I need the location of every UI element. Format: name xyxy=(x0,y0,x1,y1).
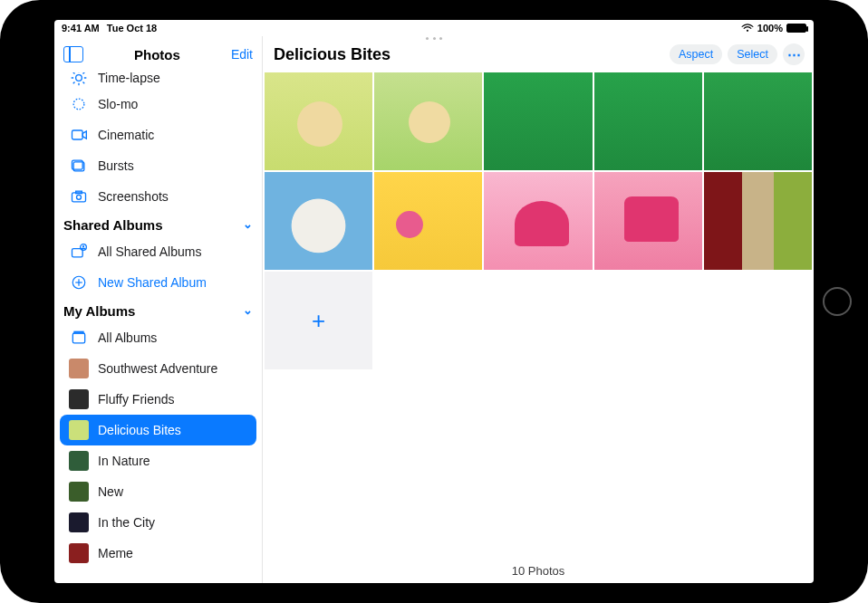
sidebar-item-new-shared[interactable]: New Shared Album xyxy=(54,267,262,298)
sidebar-item-label: All Shared Albums xyxy=(98,244,201,259)
sidebar-item-fluffy[interactable]: Fluffy Friends xyxy=(54,384,262,415)
bursts-icon xyxy=(69,156,89,176)
photo-thumbnail[interactable] xyxy=(265,172,372,270)
sidebar-section-shared[interactable]: Shared Albums ⌄ xyxy=(54,212,262,236)
sidebar-item-label: Bursts xyxy=(98,158,134,173)
photo-thumbnail[interactable] xyxy=(704,72,812,170)
svg-point-15 xyxy=(77,195,82,199)
svg-point-19 xyxy=(82,245,84,247)
sidebar-item-label: In Nature xyxy=(98,454,150,468)
sidebar-item-label: Southwest Adventure xyxy=(98,361,217,376)
chevron-down-icon: ⌄ xyxy=(243,303,253,317)
battery-icon xyxy=(786,24,806,33)
photo-thumbnail[interactable] xyxy=(484,172,592,270)
shared-albums-icon xyxy=(69,242,89,262)
sidebar-item-all-albums[interactable]: All Albums xyxy=(54,322,262,353)
section-title: My Albums xyxy=(63,303,135,319)
sidebar-item-in-nature[interactable]: In Nature xyxy=(54,445,262,476)
sidebar-item-label: Fluffy Friends xyxy=(98,392,175,407)
select-button[interactable]: Select xyxy=(728,44,777,64)
album-thumb xyxy=(69,359,89,378)
sidebar-item-cinematic[interactable]: Cinematic xyxy=(54,120,262,150)
main-pane: Delicious Bites Aspect Select ⋯ xyxy=(263,36,814,583)
plus-icon xyxy=(69,273,89,292)
sidebar-item-timelapse[interactable]: Time-lapse xyxy=(54,72,262,89)
photo-thumbnail[interactable] xyxy=(594,172,702,270)
timelapse-icon xyxy=(69,72,89,88)
sidebar-item-label: Cinematic xyxy=(98,128,154,142)
album-thumb xyxy=(69,543,89,563)
album-thumb xyxy=(69,482,89,502)
sidebar-item-label: Slo-mo xyxy=(98,97,138,111)
add-photo-tile[interactable]: + xyxy=(265,272,372,369)
album-title: Delicious Bites xyxy=(274,45,391,64)
sidebar-section-myalbums[interactable]: My Albums ⌄ xyxy=(54,298,262,322)
photo-thumbnail[interactable] xyxy=(265,72,372,170)
svg-line-9 xyxy=(73,82,75,84)
screen: 9:41 AM Tue Oct 18 100% Photos Edit xyxy=(54,20,814,583)
photo-thumbnail[interactable] xyxy=(374,72,482,170)
svg-rect-11 xyxy=(72,130,83,139)
album-thumb xyxy=(69,420,89,440)
section-title: Shared Albums xyxy=(63,217,162,233)
sidebar-toggle-icon[interactable] xyxy=(63,46,83,62)
sidebar-edit-button[interactable]: Edit xyxy=(231,47,253,62)
svg-point-10 xyxy=(73,99,84,110)
slomo-icon xyxy=(69,94,89,114)
svg-line-6 xyxy=(73,72,75,74)
sidebar-item-screenshots[interactable]: Screenshots xyxy=(54,181,262,212)
sidebar-scroll[interactable]: Time-lapse Slo-mo Cinematic xyxy=(54,72,262,583)
ipad-device-frame: 9:41 AM Tue Oct 18 100% Photos Edit xyxy=(0,0,868,603)
svg-line-7 xyxy=(83,82,85,84)
status-date: Tue Oct 18 xyxy=(107,23,157,34)
sidebar-item-new[interactable]: New xyxy=(54,476,262,507)
sidebar-item-label: Screenshots xyxy=(98,189,169,204)
svg-line-8 xyxy=(83,72,85,74)
photo-thumbnail[interactable] xyxy=(704,172,812,270)
cinematic-icon xyxy=(69,125,89,145)
photo-grid: + xyxy=(263,72,814,369)
sidebar-item-in-city[interactable]: In the City xyxy=(54,507,262,538)
album-thumb xyxy=(69,451,89,471)
aspect-button[interactable]: Aspect xyxy=(670,44,722,64)
svg-rect-24 xyxy=(74,331,83,333)
sidebar-item-southwest[interactable]: Southwest Adventure xyxy=(54,353,262,384)
battery-pct: 100% xyxy=(757,23,783,34)
sidebar-item-slomo[interactable]: Slo-mo xyxy=(54,89,262,120)
sidebar-item-bursts[interactable]: Bursts xyxy=(54,150,262,181)
sidebar-app-title: Photos xyxy=(134,47,180,62)
sidebar-item-label: In the City xyxy=(98,515,155,530)
svg-point-1 xyxy=(76,75,82,81)
status-time: 9:41 AM xyxy=(62,23,100,34)
photo-thumbnail[interactable] xyxy=(594,72,702,170)
sidebar-item-label: Delicious Bites xyxy=(98,423,181,437)
chevron-down-icon: ⌄ xyxy=(243,217,253,231)
sidebar-item-meme[interactable]: Meme xyxy=(54,538,262,569)
home-button[interactable] xyxy=(823,287,852,316)
main-header: Delicious Bites Aspect Select ⋯ xyxy=(263,36,814,72)
sidebar-item-label: Time-lapse xyxy=(98,72,160,85)
sidebar-item-label: Meme xyxy=(98,546,133,560)
status-bar: 9:41 AM Tue Oct 18 100% xyxy=(54,20,814,36)
ellipsis-icon: ⋯ xyxy=(787,46,801,62)
more-button[interactable]: ⋯ xyxy=(783,43,805,65)
photo-count-label: 10 Photos xyxy=(263,564,814,578)
svg-rect-23 xyxy=(72,333,84,343)
album-thumb xyxy=(69,512,89,532)
sidebar-item-label: New Shared Album xyxy=(98,275,207,290)
sidebar-item-label: New xyxy=(98,484,123,499)
sidebar-item-label: All Albums xyxy=(98,330,157,345)
screenshots-icon xyxy=(69,187,89,206)
sidebar-item-delicious[interactable]: Delicious Bites xyxy=(60,415,256,445)
photo-thumbnail[interactable] xyxy=(374,172,482,270)
wifi-icon xyxy=(741,24,754,33)
plus-icon: + xyxy=(312,307,325,335)
photo-thumbnail[interactable] xyxy=(484,72,592,170)
sidebar-header: Photos Edit xyxy=(54,36,262,72)
albums-icon xyxy=(69,328,89,348)
sidebar-item-all-shared[interactable]: All Shared Albums xyxy=(54,236,262,267)
sidebar: Photos Edit Time-lapse Slo-mo xyxy=(54,36,263,583)
svg-point-0 xyxy=(747,30,748,32)
album-thumb xyxy=(69,389,89,409)
